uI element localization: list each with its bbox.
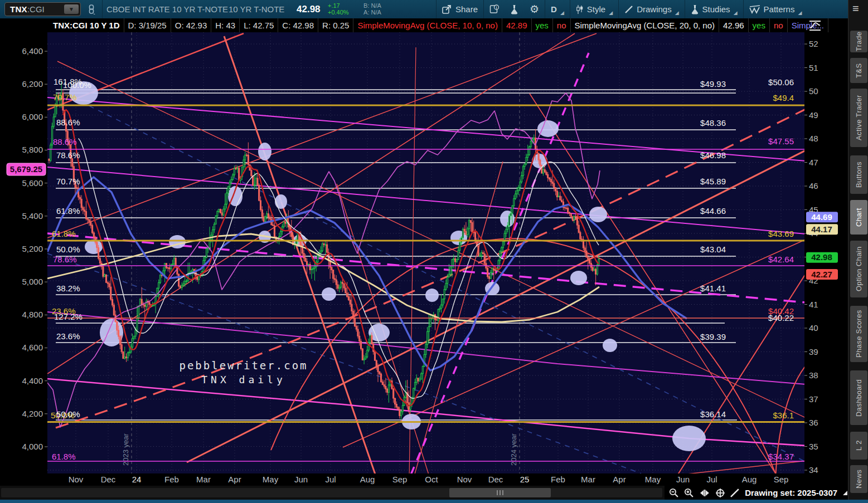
price-level-label: $45.89 (700, 177, 726, 186)
gear-icon: ⚙ (530, 3, 539, 16)
legend-cell-0[interactable]: TNX:CGI 10 Y 1D (49, 18, 124, 32)
pan-horizontal-button[interactable] (699, 489, 710, 497)
scrollbar-grip (502, 490, 503, 495)
sidebar-tab-t-s[interactable]: T&S (850, 58, 867, 83)
symbol-dropdown-button[interactable]: ▼ (64, 4, 79, 14)
clipboard-info-icon: i (489, 4, 499, 14)
sidebar-tab-active-trader[interactable]: Active Trader (850, 89, 867, 147)
svg-text:4,400: 4,400 (22, 376, 43, 385)
month-label: Aug (742, 475, 757, 484)
chain-link-icon (87, 4, 96, 14)
legend-cell-7[interactable]: SimpleMovingAvg (CLOSE, 10, 0, no) (353, 18, 502, 32)
underlying-name: 10 YR T-NOTE (229, 0, 284, 18)
price-level-label: $43.04 (700, 245, 726, 254)
drawing-set-label[interactable]: Drawing set: 2025-0307 (745, 488, 837, 497)
sidebar-tab-dashboard[interactable]: Dashboard (850, 370, 867, 425)
svg-text:46: 46 (809, 181, 818, 191)
zoom-out-button[interactable] (669, 488, 679, 498)
svg-text:40: 40 (809, 323, 818, 333)
price-chart[interactable]: 2023 year2024 yearpebblewriter.comTNX da… (0, 32, 848, 486)
draw-button[interactable] (730, 488, 740, 498)
svg-text:5,400: 5,400 (22, 211, 43, 221)
timeframe-button[interactable]: D◢ (545, 0, 570, 18)
legend-cell-8[interactable]: 42.89 (502, 18, 532, 32)
svg-text:48: 48 (809, 134, 818, 143)
legend-cell-10[interactable]: no (553, 18, 571, 32)
price-level-label: $49.4 (773, 93, 794, 102)
zoom-in-button[interactable] (684, 488, 694, 498)
menu-icon[interactable]: ≡ (852, 2, 859, 15)
scrollbar-thumb[interactable] (449, 488, 551, 497)
patterns-button[interactable]: Patterns◢ (744, 0, 808, 18)
legend-cell-11[interactable]: SimpleMovingAvg (CLOSE, 20, 0, no) (571, 18, 720, 32)
fib-percent-label: 100.0% (63, 80, 91, 90)
separator (102, 0, 103, 18)
month-label: Apr (613, 475, 625, 484)
month-label: May (263, 475, 279, 484)
svg-text:4,200: 4,200 (22, 409, 43, 418)
fib-percent-label: 127.2% (54, 312, 83, 321)
month-label: Mar (196, 475, 211, 484)
legend-cell-12[interactable]: 42.96 (719, 18, 749, 32)
legend-cell-14[interactable]: no (770, 18, 788, 32)
fib-percent-label: 61.8% (56, 206, 80, 216)
svg-text:35: 35 (809, 442, 818, 451)
sidebar-tab-chart[interactable]: Chart (850, 200, 867, 235)
price-level-label: $40.22 (768, 313, 794, 323)
legend-cell-4[interactable]: L: 42.75 (240, 18, 278, 32)
month-label: Feb (164, 475, 179, 484)
symbol-link-button[interactable] (85, 3, 98, 16)
legend-cell-9[interactable]: yes (532, 18, 553, 32)
month-label: Sep (392, 475, 408, 484)
svg-text:41: 41 (809, 300, 818, 309)
fib-percent-label: 70.7% (56, 177, 80, 186)
month-label: Dec (101, 475, 116, 484)
sidebar-tab-trade[interactable]: Trade (850, 31, 867, 52)
sidebar-tab-option-chain[interactable]: Option Chain (850, 241, 867, 297)
legend-cell-5[interactable]: C: 42.98 (278, 18, 318, 32)
legend-cell-6[interactable]: R: 0.25 (318, 18, 353, 32)
legend-cell-3[interactable]: H: 43 (211, 18, 240, 32)
svg-text:5,600: 5,600 (22, 178, 43, 188)
analysis-tools-button[interactable] (505, 0, 524, 18)
sidebar-tab-buttons[interactable]: Buttons (850, 155, 867, 194)
month-label: Feb (551, 475, 565, 484)
svg-text:50: 50 (809, 86, 818, 96)
fib-percent-label: 88.6% (53, 137, 77, 146)
flask-icon (510, 4, 518, 14)
sidebar-tab-phase-scores[interactable]: Phase Scores (850, 306, 867, 362)
legend-cell-1[interactable]: D: 3/19/25 (124, 18, 171, 32)
crosshair-button[interactable] (715, 488, 725, 498)
studies-button[interactable]: Studies◢ (685, 0, 743, 18)
svg-text:i: i (496, 6, 497, 9)
legend-cell-2[interactable]: O: 42.93 (171, 18, 212, 32)
svg-text:49: 49 (809, 110, 818, 120)
svg-text:5,200: 5,200 (22, 244, 43, 253)
fib-percent-label: 88.6% (56, 118, 80, 127)
drawings-button[interactable]: Drawings◢ (619, 0, 684, 18)
scrollbar-grip (500, 490, 501, 495)
sidebar-tab-news[interactable]: News (850, 465, 867, 493)
last-price: 42.98 (297, 4, 321, 15)
symbol-input[interactable]: TNX:CGI ▼ (4, 2, 81, 16)
price-level-label: $36.1 (773, 411, 794, 420)
share-button[interactable]: Share (437, 0, 483, 18)
expand-corner-icon[interactable] (842, 490, 848, 496)
chart-mode-icon[interactable] (808, 20, 822, 33)
chart-style-button[interactable]: Style◢ (570, 0, 618, 18)
month-label: Dec (488, 475, 503, 484)
bid-ask: B: N/AA: N/A (363, 3, 381, 16)
chevron-down-icon: ◢ (609, 10, 613, 18)
svg-text:52: 52 (809, 39, 818, 48)
month-label: Jul (325, 475, 336, 484)
scrollbar-track[interactable] (1, 488, 662, 497)
svg-text:42.27: 42.27 (811, 270, 832, 279)
quick-quote-button[interactable]: i (484, 0, 505, 18)
settings-button[interactable]: ⚙ (524, 0, 545, 18)
price-level-label: $50.06 (768, 77, 794, 87)
month-label: Mar (581, 475, 595, 484)
price-level-label: $49.93 (700, 79, 726, 89)
sidebar-tab-l-2[interactable]: L 2 (850, 432, 867, 460)
symbol-suffix: :CGI (27, 4, 45, 14)
legend-cell-13[interactable]: yes (749, 18, 770, 32)
